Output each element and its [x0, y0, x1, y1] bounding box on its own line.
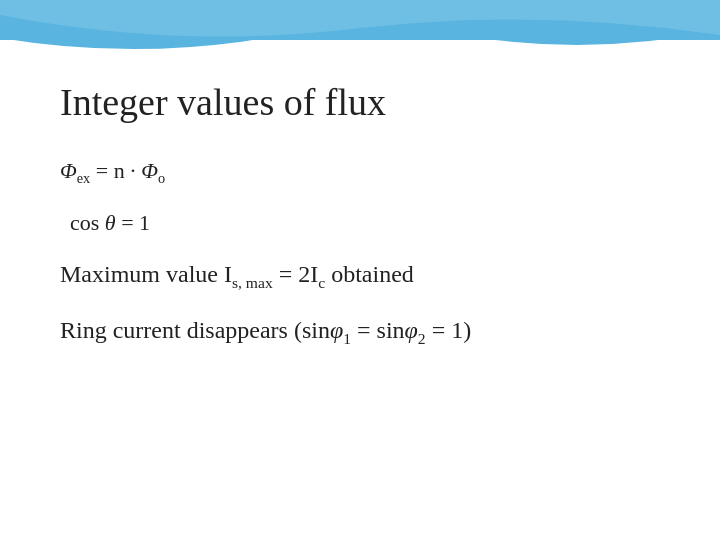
top-decoration [0, 0, 720, 70]
cos-text: cos θ = 1 [70, 210, 150, 235]
maximum-value-line: Maximum value Is, max = 2Ic obtained [60, 256, 680, 294]
ring-current-line: Ring current disappears (sinφ1 = sinφ2 =… [60, 312, 680, 350]
phi-ex: Φex = n · Φo [60, 158, 165, 183]
slide-content: Integer values of flux Φex = n · Φo cos … [60, 80, 680, 368]
max-value-text: Maximum value Is, max = 2Ic obtained [60, 261, 414, 287]
formula-cos: cos θ = 1 [70, 210, 680, 236]
formula-flux: Φex = n · Φo [60, 154, 680, 190]
ring-current-text: Ring current disappears (sinφ1 = sinφ2 =… [60, 317, 471, 343]
slide-title: Integer values of flux [60, 80, 680, 124]
